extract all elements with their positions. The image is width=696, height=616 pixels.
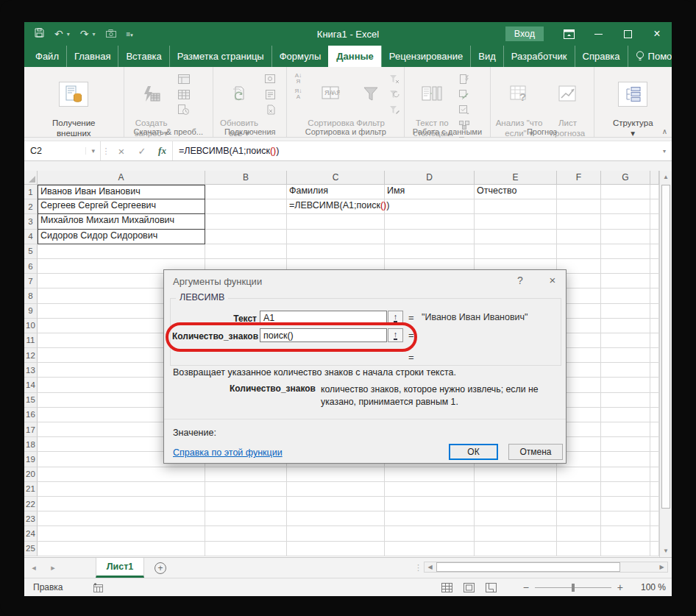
cell-partial[interactable] <box>650 378 659 392</box>
qat-customize-icon[interactable]: ≡▾ <box>127 30 133 38</box>
cell-D3[interactable] <box>385 214 475 229</box>
add-sheet-icon[interactable]: + <box>155 562 166 574</box>
tabbar-splitter[interactable]: ⋮ <box>414 558 422 578</box>
ribbon-display-options-icon[interactable] <box>554 22 583 46</box>
reapply-filter-icon[interactable] <box>388 88 401 100</box>
zoom-slider-thumb[interactable] <box>572 584 575 592</box>
page-layout-view-icon[interactable] <box>458 583 480 592</box>
cell-E2[interactable] <box>475 199 557 214</box>
cell-F20[interactable] <box>557 467 601 482</box>
sort-za-icon[interactable]: Я↓ А <box>291 88 305 100</box>
cell-C1[interactable]: Фамилия <box>287 185 385 199</box>
cell-G19[interactable] <box>601 452 650 467</box>
tab-home[interactable]: Главная <box>66 46 118 67</box>
cell-partial[interactable] <box>650 244 659 259</box>
connections-icon[interactable] <box>263 73 277 85</box>
horizontal-scrollbar[interactable]: ◀ ▶ <box>424 562 668 573</box>
cancel-entry-icon[interactable]: × <box>111 141 132 160</box>
zoom-out-icon[interactable]: − <box>523 581 529 593</box>
data-validation-icon[interactable] <box>458 104 471 116</box>
row-header-10[interactable]: 10 <box>24 319 38 333</box>
row-header-12[interactable]: 12 <box>24 348 38 363</box>
cell-G25[interactable] <box>601 542 650 556</box>
cell-G8[interactable] <box>601 288 650 303</box>
save-icon[interactable] <box>35 28 44 40</box>
cell-A4[interactable]: Сидоров Сидор Сидорович <box>38 230 205 244</box>
cell-D23[interactable] <box>385 511 475 526</box>
function-help-link[interactable]: Справка по этой функции <box>173 447 283 458</box>
text-arg-range-picker-icon[interactable]: ↑ <box>388 311 403 325</box>
scroll-right-icon[interactable]: ▶ <box>656 562 667 572</box>
dialog-help-icon[interactable]: ? <box>511 275 529 286</box>
cell-partial[interactable] <box>650 333 659 348</box>
row-header-4[interactable]: 4 <box>24 230 38 244</box>
cell-E22[interactable] <box>475 497 557 511</box>
from-table-icon[interactable] <box>177 88 191 100</box>
cell-G5[interactable] <box>601 244 650 259</box>
cell-partial[interactable] <box>650 274 659 288</box>
outline-button[interactable]: Структура ▾ <box>604 70 661 138</box>
cell-F5[interactable] <box>557 244 601 259</box>
cell-A1[interactable]: Иванов Иван Иванович <box>38 185 205 199</box>
cell-E3[interactable] <box>475 214 557 229</box>
sheet-next-icon[interactable]: ▸ <box>43 558 63 578</box>
cell-C20[interactable] <box>287 467 385 482</box>
cell-A3[interactable]: Михайлов Михаил Михайлович <box>38 214 205 229</box>
cell-partial[interactable] <box>650 437 659 452</box>
filter-button[interactable]: Фильтр <box>356 70 385 129</box>
sheet-tab-list1[interactable]: Лист1 <box>96 558 144 578</box>
row-header-24[interactable]: 24 <box>24 526 38 541</box>
scroll-down-icon[interactable]: ▼ <box>660 545 672 557</box>
cancel-button[interactable]: Отмена <box>508 444 563 460</box>
cell-G11[interactable] <box>601 333 650 348</box>
cell-G9[interactable] <box>601 304 650 319</box>
cell-B20[interactable] <box>205 467 287 482</box>
cell-A25[interactable] <box>38 542 205 556</box>
sort-az-icon[interactable]: А↓ Я <box>291 73 305 85</box>
row-header-8[interactable]: 8 <box>24 288 38 303</box>
cell-A24[interactable] <box>38 526 205 541</box>
cell-E1[interactable]: Отчество <box>475 185 557 199</box>
row-header-22[interactable]: 22 <box>24 497 38 511</box>
insert-function-icon[interactable]: fx <box>152 141 173 160</box>
cell-C5[interactable] <box>287 244 385 259</box>
cell-partial[interactable] <box>650 363 659 378</box>
row-header-14[interactable]: 14 <box>24 378 38 392</box>
cell-partial[interactable] <box>650 526 659 541</box>
row-header-3[interactable]: 3 <box>24 214 38 229</box>
column-header-partial[interactable] <box>650 171 659 185</box>
group-label[interactable]: Скачать & преоб... <box>124 127 213 136</box>
cell-A22[interactable] <box>38 497 205 511</box>
cell-G24[interactable] <box>601 526 650 541</box>
cell-B22[interactable] <box>205 497 287 511</box>
cell-G17[interactable] <box>601 422 650 437</box>
macro-record-icon[interactable] <box>93 583 104 592</box>
cell-B4[interactable] <box>205 230 287 244</box>
column-header-C[interactable]: C <box>287 171 385 185</box>
num-chars-arg-range-picker-icon[interactable]: ↑ <box>388 328 403 342</box>
sort-button[interactable]: ЯААЯ Сортировка <box>308 70 353 129</box>
row-header-9[interactable]: 9 <box>24 304 38 319</box>
cell-G21[interactable] <box>601 482 650 497</box>
cell-G1[interactable] <box>601 185 650 199</box>
num-chars-arg-input[interactable]: поиск() <box>260 328 387 342</box>
cell-partial[interactable] <box>650 393 659 408</box>
cell-G23[interactable] <box>601 511 650 526</box>
cell-E25[interactable] <box>475 542 557 556</box>
cell-D24[interactable] <box>385 526 475 541</box>
cell-A2[interactable]: Сергеев Сергей Сергеевич <box>38 199 205 214</box>
horizontal-scrollbar-thumb[interactable] <box>436 562 620 572</box>
row-header-23[interactable]: 23 <box>24 511 38 526</box>
cell-G10[interactable] <box>601 319 650 333</box>
cell-E20[interactable] <box>475 467 557 482</box>
row-header-11[interactable]: 11 <box>24 333 38 348</box>
recent-sources-icon[interactable] <box>177 104 191 116</box>
vertical-scrollbar[interactable]: ▲ ▼ <box>659 171 672 557</box>
cell-E4[interactable] <box>475 230 557 244</box>
row-header-19[interactable]: 19 <box>24 452 38 467</box>
cell-D20[interactable] <box>385 467 475 482</box>
cell-partial[interactable] <box>650 304 659 319</box>
cell-F4[interactable] <box>557 230 601 244</box>
row-header-6[interactable]: 6 <box>24 259 38 274</box>
cell-A23[interactable] <box>38 511 205 526</box>
